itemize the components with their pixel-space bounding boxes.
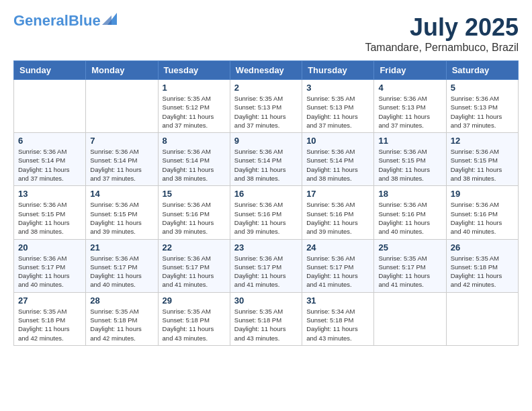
day-number: 24 [306,242,369,253]
day-number: 31 [306,295,369,306]
calendar-week-1: 1Sunrise: 5:35 AM Sunset: 5:12 PM Daylig… [14,80,519,133]
day-info: Sunrise: 5:36 AM Sunset: 5:14 PM Dayligh… [306,147,369,183]
calendar-cell: 2Sunrise: 5:35 AM Sunset: 5:13 PM Daylig… [230,80,302,133]
day-number: 3 [306,83,369,93]
day-info: Sunrise: 5:35 AM Sunset: 5:12 PM Dayligh… [163,94,226,130]
calendar-cell: 3Sunrise: 5:35 AM Sunset: 5:13 PM Daylig… [302,80,374,133]
calendar-cell: 9Sunrise: 5:36 AM Sunset: 5:14 PM Daylig… [230,133,302,186]
day-info: Sunrise: 5:35 AM Sunset: 5:17 PM Dayligh… [378,254,441,289]
svg-marker-1 [102,15,112,25]
calendar-cell: 4Sunrise: 5:36 AM Sunset: 5:13 PM Daylig… [374,80,446,133]
day-number: 26 [451,242,514,253]
logo-text: GeneralBlue [13,13,101,28]
calendar-header-thursday: Thursday [302,61,374,80]
calendar-cell: 5Sunrise: 5:36 AM Sunset: 5:13 PM Daylig… [446,80,518,133]
calendar-week-3: 13Sunrise: 5:36 AM Sunset: 5:15 PM Dayli… [14,186,519,239]
day-number: 19 [451,189,514,199]
day-number: 27 [18,295,81,306]
calendar-cell: 27Sunrise: 5:35 AM Sunset: 5:18 PM Dayli… [14,292,86,345]
day-info: Sunrise: 5:36 AM Sunset: 5:16 PM Dayligh… [234,200,298,236]
calendar-cell: 24Sunrise: 5:36 AM Sunset: 5:17 PM Dayli… [302,239,374,292]
calendar-cell: 17Sunrise: 5:36 AM Sunset: 5:16 PM Dayli… [302,186,374,239]
day-info: Sunrise: 5:36 AM Sunset: 5:17 PM Dayligh… [163,254,226,289]
calendar-cell [86,80,158,133]
calendar-cell: 18Sunrise: 5:36 AM Sunset: 5:16 PM Dayli… [374,186,446,239]
calendar-cell: 29Sunrise: 5:35 AM Sunset: 5:18 PM Dayli… [158,292,230,345]
calendar-header-row: SundayMondayTuesdayWednesdayThursdayFrid… [14,61,519,80]
calendar-table: SundayMondayTuesdayWednesdayThursdayFrid… [13,60,519,346]
logo-icon [102,13,117,25]
calendar-cell: 19Sunrise: 5:36 AM Sunset: 5:16 PM Dayli… [446,186,518,239]
day-number: 17 [306,189,369,199]
day-number: 11 [378,136,441,146]
day-info: Sunrise: 5:35 AM Sunset: 5:13 PM Dayligh… [306,94,369,130]
day-number: 21 [90,242,153,253]
day-info: Sunrise: 5:36 AM Sunset: 5:14 PM Dayligh… [90,147,153,183]
day-info: Sunrise: 5:36 AM Sunset: 5:15 PM Dayligh… [90,200,153,236]
month-title: July 2025 [365,13,519,42]
day-info: Sunrise: 5:36 AM Sunset: 5:17 PM Dayligh… [90,254,153,289]
calendar-cell: 26Sunrise: 5:35 AM Sunset: 5:18 PM Dayli… [446,239,518,292]
day-number: 18 [378,189,441,199]
calendar-cell: 12Sunrise: 5:36 AM Sunset: 5:15 PM Dayli… [446,133,518,186]
calendar-cell: 22Sunrise: 5:36 AM Sunset: 5:17 PM Dayli… [158,239,230,292]
calendar-cell: 6Sunrise: 5:36 AM Sunset: 5:14 PM Daylig… [14,133,86,186]
calendar-cell: 15Sunrise: 5:36 AM Sunset: 5:16 PM Dayli… [158,186,230,239]
day-info: Sunrise: 5:36 AM Sunset: 5:13 PM Dayligh… [378,94,441,130]
day-number: 20 [18,242,81,253]
calendar-cell [374,292,446,345]
day-info: Sunrise: 5:36 AM Sunset: 5:16 PM Dayligh… [306,200,369,236]
calendar-cell [446,292,518,345]
day-info: Sunrise: 5:35 AM Sunset: 5:18 PM Dayligh… [451,254,514,289]
calendar-cell [14,80,86,133]
day-number: 22 [163,242,226,253]
day-number: 1 [163,83,226,93]
calendar-header-tuesday: Tuesday [158,61,230,80]
day-info: Sunrise: 5:35 AM Sunset: 5:13 PM Dayligh… [234,94,298,130]
day-info: Sunrise: 5:36 AM Sunset: 5:15 PM Dayligh… [378,147,441,183]
location: Tamandare, Pernambuco, Brazil [365,42,519,54]
calendar-cell: 30Sunrise: 5:35 AM Sunset: 5:18 PM Dayli… [230,292,302,345]
logo: GeneralBlue [13,13,117,28]
day-info: Sunrise: 5:36 AM Sunset: 5:17 PM Dayligh… [234,254,298,289]
day-number: 14 [90,189,153,199]
day-number: 6 [18,136,81,146]
calendar-week-2: 6Sunrise: 5:36 AM Sunset: 5:14 PM Daylig… [14,133,519,186]
day-info: Sunrise: 5:36 AM Sunset: 5:17 PM Dayligh… [306,254,369,289]
day-number: 16 [234,189,298,199]
day-number: 29 [163,295,226,306]
calendar-header-wednesday: Wednesday [230,61,302,80]
day-info: Sunrise: 5:36 AM Sunset: 5:16 PM Dayligh… [378,200,441,236]
day-info: Sunrise: 5:34 AM Sunset: 5:18 PM Dayligh… [306,307,369,342]
calendar-cell: 20Sunrise: 5:36 AM Sunset: 5:17 PM Dayli… [14,239,86,292]
day-info: Sunrise: 5:35 AM Sunset: 5:18 PM Dayligh… [90,307,153,342]
day-number: 7 [90,136,153,146]
day-info: Sunrise: 5:36 AM Sunset: 5:16 PM Dayligh… [451,200,514,236]
calendar-cell: 13Sunrise: 5:36 AM Sunset: 5:15 PM Dayli… [14,186,86,239]
calendar-cell: 31Sunrise: 5:34 AM Sunset: 5:18 PM Dayli… [302,292,374,345]
day-number: 2 [234,83,298,93]
calendar-cell: 1Sunrise: 5:35 AM Sunset: 5:12 PM Daylig… [158,80,230,133]
calendar-week-5: 27Sunrise: 5:35 AM Sunset: 5:18 PM Dayli… [14,292,519,345]
calendar-cell: 8Sunrise: 5:36 AM Sunset: 5:14 PM Daylig… [158,133,230,186]
calendar-header-saturday: Saturday [446,61,518,80]
logo-general: General [13,12,69,29]
calendar-cell: 21Sunrise: 5:36 AM Sunset: 5:17 PM Dayli… [86,239,158,292]
day-info: Sunrise: 5:36 AM Sunset: 5:13 PM Dayligh… [451,94,514,130]
calendar-cell: 16Sunrise: 5:36 AM Sunset: 5:16 PM Dayli… [230,186,302,239]
calendar-header-friday: Friday [374,61,446,80]
day-number: 8 [163,136,226,146]
day-info: Sunrise: 5:36 AM Sunset: 5:14 PM Dayligh… [18,147,81,183]
day-info: Sunrise: 5:35 AM Sunset: 5:18 PM Dayligh… [18,307,81,342]
calendar-cell: 25Sunrise: 5:35 AM Sunset: 5:17 PM Dayli… [374,239,446,292]
day-number: 23 [234,242,298,253]
day-number: 13 [18,189,81,199]
calendar-cell: 10Sunrise: 5:36 AM Sunset: 5:14 PM Dayli… [302,133,374,186]
day-info: Sunrise: 5:36 AM Sunset: 5:15 PM Dayligh… [451,147,514,183]
day-number: 12 [451,136,514,146]
day-number: 30 [234,295,298,306]
day-number: 28 [90,295,153,306]
calendar-cell: 23Sunrise: 5:36 AM Sunset: 5:17 PM Dayli… [230,239,302,292]
day-info: Sunrise: 5:36 AM Sunset: 5:16 PM Dayligh… [163,200,226,236]
day-info: Sunrise: 5:36 AM Sunset: 5:14 PM Dayligh… [234,147,298,183]
